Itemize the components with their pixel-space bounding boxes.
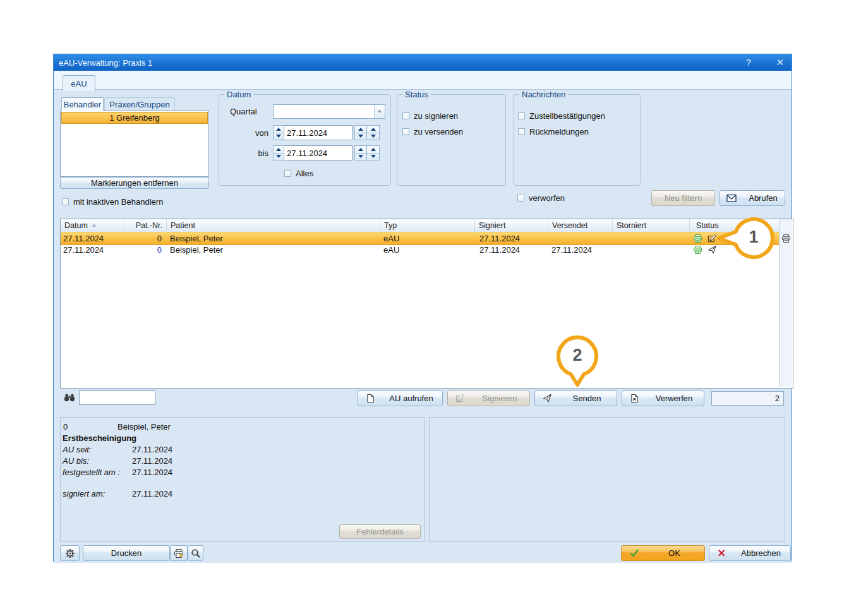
arrow-down-icon <box>276 135 281 138</box>
rueckmeldungen-label: Rückmeldungen <box>529 127 589 136</box>
column-header-typ[interactable]: Typ <box>380 219 475 231</box>
spin-down-button[interactable] <box>367 153 379 160</box>
von-date-input[interactable] <box>284 125 352 140</box>
verworfen-row: verworfen <box>517 193 565 203</box>
spin-up-button[interactable] <box>355 126 366 133</box>
verworfen-checkbox[interactable] <box>517 195 524 202</box>
zustellbestaetigungen-label: Zustellbestätigungen <box>529 111 605 121</box>
close-icon: ✕ <box>776 57 785 68</box>
quartal-label: Quartal <box>230 107 268 116</box>
tab-eau-label: eAU <box>71 79 87 88</box>
spin-up-button[interactable] <box>367 126 379 133</box>
print-row-icon[interactable] <box>781 234 791 243</box>
title-bar: eAU-Verwaltung: Praxis 1 <box>54 54 792 71</box>
spin-up-button[interactable] <box>367 146 379 153</box>
inactive-behandler-checkbox[interactable] <box>62 198 69 205</box>
spin-up-button[interactable] <box>355 146 366 153</box>
signiert-am-value: 27.11.2024 <box>132 489 172 498</box>
bis-date-input[interactable] <box>284 145 352 160</box>
von-spinner-3 <box>367 125 380 140</box>
result-count-field: 2 <box>711 391 784 406</box>
arrow-down-icon <box>358 155 363 158</box>
markierungen-entfernen-button[interactable]: Markierungen entfernen <box>60 177 209 189</box>
abrufen-button[interactable]: Abrufen <box>720 190 785 206</box>
table-row[interactable]: 27.11.2024 0 Beispiel, Peter eAU 27.11.2… <box>61 244 779 256</box>
signiert-am-label: signiert am: <box>63 489 105 498</box>
column-header-patnr[interactable]: Pat.-Nr. <box>124 219 167 231</box>
signieren-label: Signieren <box>470 394 529 403</box>
spin-down-button[interactable] <box>355 153 366 160</box>
send-status-icon <box>708 245 717 255</box>
zu-versenden-checkbox[interactable] <box>402 128 409 135</box>
red-x-icon <box>717 548 726 558</box>
zu-versenden-label: zu versenden <box>414 127 463 136</box>
signieren-button[interactable]: Signieren <box>447 390 530 406</box>
neu-filtern-button[interactable]: Neu filtern <box>651 190 715 206</box>
details-left-panel: 0 Beispiel, Peter Erstbescheinigung AU s… <box>60 417 425 542</box>
spin-up-button[interactable] <box>274 146 284 153</box>
verworfen-label: verworfen <box>529 193 565 203</box>
edit-status-icon <box>708 234 717 243</box>
au-aufrufen-button[interactable]: AU aufrufen <box>358 390 443 406</box>
eau-table: Datum Pat.-Nr. Patient Typ Signiert Vers… <box>60 219 793 389</box>
tab-behandler-label: Behandler <box>64 100 101 109</box>
drucken-button[interactable]: Drucken <box>83 545 170 561</box>
inactive-behandler-label: mit inaktiven Behandlern <box>73 197 163 207</box>
column-header-status[interactable]: Status <box>690 219 779 231</box>
arrow-up-icon <box>358 128 363 131</box>
details-patnr: 0 <box>63 422 68 432</box>
close-button[interactable]: ✕ <box>771 56 790 69</box>
quartal-select[interactable] <box>273 104 385 119</box>
cell-patnr: 0 <box>157 234 162 243</box>
help-button[interactable]: ? <box>739 56 758 69</box>
abbrechen-button[interactable]: Abbrechen <box>709 545 791 561</box>
column-header-storniert[interactable]: Storniert <box>613 219 690 231</box>
abrufen-label: Abrufen <box>742 193 785 203</box>
zu-signieren-checkbox[interactable] <box>402 112 409 119</box>
column-header-datum[interactable]: Datum <box>61 219 124 231</box>
au-seit-value: 27.11.2024 <box>132 445 172 454</box>
table-row[interactable]: 27.11.2024 0 Beispiel, Peter eAU 27.11.2… <box>61 232 779 245</box>
zoom-icon-button[interactable] <box>188 545 203 561</box>
spin-down-button[interactable] <box>274 133 284 140</box>
tab-praxen-gruppen[interactable]: Praxen/Gruppen <box>104 97 175 111</box>
zustellbestaetigungen-checkbox[interactable] <box>518 112 525 119</box>
arrow-down-icon <box>276 155 281 158</box>
rueckmeldungen-checkbox[interactable] <box>518 128 525 135</box>
cell-signiert: 27.11.2024 <box>479 245 520 255</box>
ok-button[interactable]: OK <box>621 545 705 561</box>
behandler-list-item[interactable]: 1 Greifenberg <box>61 112 208 124</box>
details-patient: Beispiel, Peter <box>117 422 171 432</box>
senden-label: Senden <box>557 394 617 403</box>
drucken-label: Drucken <box>111 548 142 558</box>
tab-behandler[interactable]: Behandler <box>61 97 104 111</box>
settings-button[interactable] <box>60 545 80 561</box>
fehlerdetails-button[interactable]: Fehlerdetails <box>339 524 421 539</box>
von-label: von <box>238 128 268 138</box>
datum-group-title: Datum <box>224 90 253 99</box>
pencil-icon <box>455 394 465 403</box>
von-date-control <box>273 125 380 140</box>
column-header-signiert[interactable]: Signiert <box>475 219 548 231</box>
spin-down-button[interactable] <box>274 153 284 160</box>
tab-strip <box>54 71 792 89</box>
verwerfen-button[interactable]: Verwerfen <box>622 390 704 406</box>
spin-down-button[interactable] <box>355 133 366 140</box>
column-header-versendet[interactable]: Versendet <box>548 219 613 231</box>
spin-up-button[interactable] <box>274 126 284 133</box>
dropdown-arrow-icon[interactable] <box>374 105 385 118</box>
print-icon-button[interactable] <box>170 545 188 561</box>
au-seit-label: AU seit: <box>63 445 92 454</box>
nachrichten-group-title: Nachrichten <box>519 90 568 99</box>
abbrechen-label: Abbrechen <box>732 548 790 558</box>
tab-eau[interactable]: eAU <box>63 75 95 91</box>
senden-button[interactable]: Senden <box>534 390 617 406</box>
cell-patnr: 0 <box>157 245 162 255</box>
column-header-patient[interactable]: Patient <box>167 219 380 231</box>
spin-down-button[interactable] <box>367 133 379 140</box>
datum-group: Datum Quartal von <box>219 94 391 186</box>
paper-plane-icon <box>543 394 552 403</box>
cell-datum: 27.11.2024 <box>63 245 104 255</box>
alles-checkbox[interactable] <box>284 170 291 177</box>
search-input[interactable] <box>79 390 155 405</box>
